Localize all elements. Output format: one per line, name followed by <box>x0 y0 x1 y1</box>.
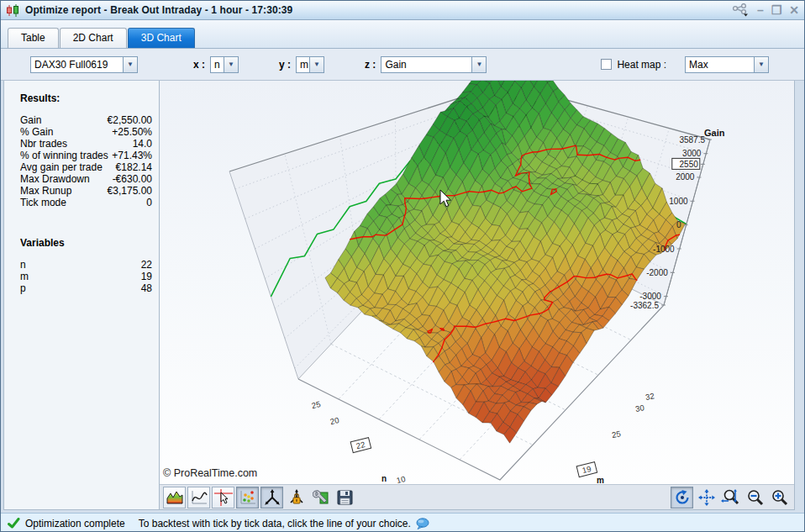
variables-title: Variables <box>20 237 152 249</box>
result-row: Gain€2,550.00 <box>20 114 152 126</box>
scatter-plot-icon <box>239 490 256 505</box>
save-icon <box>337 490 353 505</box>
axes-3d-lock-button[interactable] <box>285 487 308 508</box>
y-axis-label: y : <box>279 59 291 71</box>
window-title: Optimize report - Break Out Intraday - 1… <box>25 4 292 16</box>
z-axis-tick: -3362.5 <box>630 301 659 310</box>
result-row: Max Runup€3,175.00 <box>20 185 152 197</box>
wrench-icon <box>313 489 329 506</box>
y-axis-tick: 25 <box>611 429 621 440</box>
results-list: Gain€2,550.00% Gain+25.50%Nbr trades14.0… <box>20 114 152 208</box>
chevron-down-icon: ▼ <box>224 57 238 72</box>
zoom-out-icon <box>746 489 765 506</box>
variables-list: n22m19p48 <box>20 259 152 294</box>
variable-row: p48 <box>20 282 152 294</box>
zoom-in-icon <box>771 489 789 506</box>
instrument-select[interactable]: DAX30 Full0619 ▼ <box>30 56 138 73</box>
crosshair-cursor-button[interactable] <box>212 487 234 508</box>
surface-chart-button[interactable] <box>163 487 186 508</box>
x-axis-title: n <box>381 474 387 483</box>
z-axis-tick: 3000 <box>682 149 702 158</box>
result-row: Nbr trades14.0 <box>20 138 152 150</box>
result-row: Max Drawdown-€630.00 <box>20 173 152 185</box>
chevron-down-icon: ▼ <box>123 57 137 72</box>
chart-toolbar <box>160 484 794 509</box>
result-row: Tick mode0 <box>20 197 152 208</box>
y-axis-select[interactable]: m ▼ <box>296 56 324 73</box>
minimize-button[interactable]: – <box>757 4 764 16</box>
heatmap-label: Heat map : <box>617 59 666 71</box>
result-row: % Gain+25.50% <box>20 126 152 138</box>
share-icon[interactable] <box>731 3 750 17</box>
tab-2d-chart[interactable]: 2D Chart <box>60 28 127 48</box>
z-axis-tick: 2000 <box>676 172 695 182</box>
speech-bubble-icon[interactable] <box>416 518 429 529</box>
z-axis-tick: 0 <box>676 220 681 229</box>
zoom-window-button[interactable] <box>719 487 742 508</box>
chevron-down-icon: ▼ <box>309 57 324 72</box>
heatmap-mode-select[interactable]: Max ▼ <box>685 56 769 73</box>
y-axis-tick: 32 <box>645 391 655 402</box>
y-axis-tick: 30 <box>634 403 645 413</box>
maximize-button[interactable]: ❒ <box>771 4 782 16</box>
variable-row: n22 <box>20 259 152 271</box>
zoom-out-button[interactable] <box>744 487 766 508</box>
line-chart-button[interactable] <box>187 487 210 508</box>
line-chart-icon <box>191 490 208 505</box>
pan-icon <box>698 489 715 506</box>
scatter-plot-button[interactable] <box>236 487 259 508</box>
chevron-down-icon: ▼ <box>471 57 486 72</box>
main-content: Results: Gain€2,550.00% Gain+25.50%Nbr t… <box>1 81 804 510</box>
status-message: Optimization complete <box>25 518 125 529</box>
z-axis-label: z : <box>365 59 376 71</box>
z-axis-select[interactable]: Gain ▼ <box>381 56 487 73</box>
view-controls <box>671 487 791 508</box>
x-axis-tick: 10 <box>396 474 407 484</box>
zoom-in-button[interactable] <box>768 487 791 508</box>
z-axis-tick: -2000 <box>646 268 668 277</box>
chart-options-toolbar: DAX30 Full0619 ▼ x : n ▼ y : m ▼ z : Gai… <box>1 49 804 81</box>
axes-3d-lock-icon <box>287 489 306 506</box>
z-axis-tick: -1000 <box>653 245 675 254</box>
rotate-icon <box>674 489 691 506</box>
pan-button[interactable] <box>695 487 718 508</box>
x-axis-label: x : <box>193 59 205 71</box>
x-axis-tick: 25 <box>311 399 322 410</box>
x-axis-select[interactable]: n ▼ <box>210 56 239 73</box>
copyright-label: © ProRealTime.com <box>163 467 257 479</box>
instrument-value: DAX30 Full0619 <box>31 59 123 71</box>
z-axis-title: Gain <box>704 128 725 138</box>
results-sidebar: Results: Gain€2,550.00% Gain+25.50%Nbr t… <box>3 81 160 510</box>
x-axis-tick: 20 <box>329 415 340 426</box>
optimize-report-window: Optimize report - Break Out Intraday - 1… <box>0 0 805 532</box>
candlestick-icon <box>6 4 21 17</box>
results-title: Results: <box>20 92 152 104</box>
variable-row: m19 <box>20 271 152 282</box>
tab-table[interactable]: Table <box>8 28 59 48</box>
rotate-button[interactable] <box>671 487 693 508</box>
result-row: Avg gain per trade€182.14 <box>20 161 152 173</box>
axes-3d-button[interactable] <box>260 487 283 508</box>
save-button[interactable] <box>334 487 356 508</box>
tab-3d-chart[interactable]: 3D Chart <box>128 28 195 48</box>
chevron-down-icon: ▼ <box>754 57 768 72</box>
z-axis-tick: 3587.5 <box>679 135 705 145</box>
tab-bar: Table 2D Chart 3D Chart <box>1 20 804 49</box>
heatmap-checkbox[interactable] <box>601 59 612 70</box>
surface-chart-icon <box>166 490 183 505</box>
chart-panel: Gain3587.530002550200010000-1000-2000-30… <box>160 81 795 510</box>
crosshair-cursor-icon <box>214 489 233 506</box>
z-axis-tick: 1000 <box>669 197 688 206</box>
3d-surface-chart[interactable]: Gain3587.530002550200010000-1000-2000-30… <box>160 81 794 484</box>
result-row: % of winning trades+71.43% <box>20 150 152 161</box>
title-bar: Optimize report - Break Out Intraday - 1… <box>1 1 804 20</box>
settings-wrench-button[interactable] <box>309 487 332 508</box>
z-axis-boxed-value: 2550 <box>680 160 699 169</box>
check-icon <box>8 518 20 529</box>
axes-3d-icon <box>264 489 281 506</box>
status-bar: Optimization complete To backtest with t… <box>1 513 804 532</box>
close-button[interactable]: ✕ <box>789 4 799 16</box>
y-axis-title: m <box>597 476 604 484</box>
status-hint: To backtest with tick by tick data, clic… <box>139 518 411 529</box>
zoom-window-icon <box>721 489 741 506</box>
